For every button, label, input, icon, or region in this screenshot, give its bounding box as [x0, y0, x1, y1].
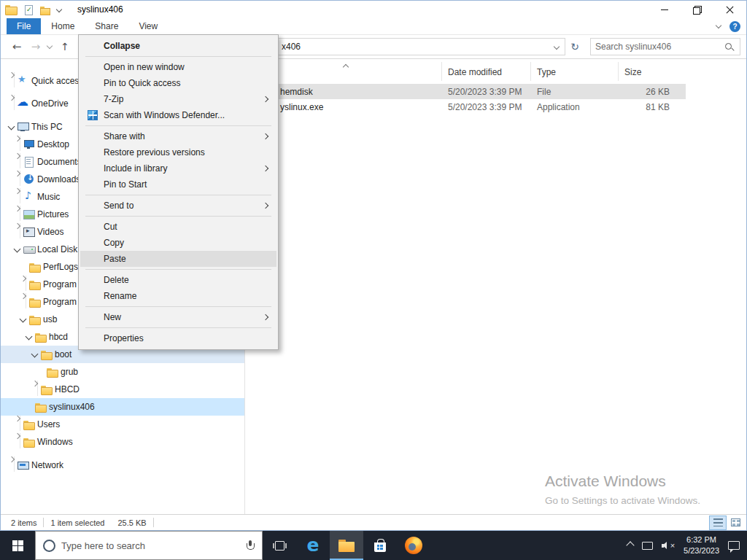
tree-item-label: Music	[37, 188, 60, 206]
start-button[interactable]	[0, 531, 35, 560]
ribbon-tab-home[interactable]: Home	[41, 18, 85, 34]
back-button[interactable]: ←	[7, 40, 27, 53]
chevron-collapsed-icon[interactable]	[14, 223, 20, 238]
context-menu-item-properties[interactable]: Properties	[80, 330, 276, 346]
column-header-date-modified[interactable]: Date modified	[442, 62, 531, 81]
context-menu-item-pin-to-start[interactable]: Pin to Start	[80, 176, 276, 192]
chevron-collapsed-icon[interactable]	[14, 416, 20, 431]
sidebar-item-users[interactable]: Users	[1, 416, 244, 433]
chevron-collapsed-icon[interactable]	[31, 381, 38, 396]
chevron-expanded-icon[interactable]	[20, 316, 26, 322]
chevron-collapsed-icon[interactable]	[14, 206, 20, 221]
context-menu-item-scan-with-windows-defender[interactable]: Scan with Windows Defender...	[80, 107, 276, 123]
chevron-collapsed-icon[interactable]	[14, 171, 20, 186]
up-button[interactable]: ↑	[55, 41, 75, 52]
firefox-icon	[405, 537, 422, 554]
edge-button[interactable]: e	[296, 531, 330, 560]
column-label: Date modified	[448, 67, 502, 77]
context-menu-item-cut[interactable]: Cut	[80, 219, 276, 235]
sidebar-item-network[interactable]: Network	[1, 456, 244, 474]
watermark-line1: Activate Windows	[545, 472, 700, 490]
window-controls	[648, 1, 746, 18]
search-icon[interactable]	[724, 42, 734, 52]
ribbon-tab-share[interactable]: Share	[85, 18, 128, 34]
chevron-collapsed-icon[interactable]	[20, 293, 26, 308]
context-menu-item-rename[interactable]: Rename	[80, 288, 276, 304]
context-menu-item-send-to[interactable]: Send to	[80, 198, 276, 214]
menu-separator	[85, 269, 271, 270]
menu-separator	[85, 327, 271, 328]
firefox-button[interactable]	[397, 531, 430, 560]
details-view-button[interactable]	[709, 516, 727, 530]
context-menu-item-restore-previous-versions[interactable]: Restore previous versions	[80, 144, 276, 160]
menu-item-label: Properties	[104, 333, 144, 343]
ribbon-tab-view[interactable]: View	[128, 18, 168, 34]
context-menu-item-open-in-new-window[interactable]: Open in new window	[80, 59, 276, 75]
context-menu-item-collapse[interactable]: Collapse	[80, 38, 276, 54]
forward-button[interactable]: →	[27, 40, 44, 53]
taskbar-search-input[interactable]	[55, 540, 247, 551]
context-menu-item-share-with[interactable]: Share with	[80, 128, 276, 144]
restore-icon	[693, 6, 701, 14]
chevron-collapsed-icon[interactable]	[20, 276, 26, 291]
search-input[interactable]	[591, 42, 724, 52]
microphone-icon[interactable]	[247, 540, 253, 551]
sidebar-item-windows[interactable]: Windows	[1, 433, 244, 451]
chevron-expanded-icon[interactable]	[8, 123, 15, 130]
chevron-expanded-icon[interactable]	[26, 333, 32, 340]
file-row-hemdisk[interactable]: hemdisk5/20/2023 3:39 PMFile26 KB	[245, 84, 686, 99]
help-button[interactable]: ?	[729, 21, 740, 32]
qat-properties-icon[interactable]	[24, 5, 33, 15]
chevron-collapsed-icon[interactable]	[14, 188, 20, 203]
volume-muted-icon[interactable]	[662, 541, 675, 550]
file-explorer-button[interactable]	[330, 531, 363, 560]
show-hidden-icons-chevron-icon[interactable]	[626, 541, 634, 549]
column-header-size[interactable]: Size	[619, 62, 686, 81]
chevron-expanded-icon[interactable]	[14, 246, 20, 252]
status-bar: 2 items 1 item selected 25.5 KB	[1, 514, 746, 530]
store-button[interactable]	[363, 531, 397, 560]
file-size: 81 KB	[619, 102, 686, 112]
context-menu-item-new[interactable]: New	[80, 309, 276, 325]
display-tray-icon[interactable]	[642, 542, 653, 550]
context-menu-item-include-in-library[interactable]: Include in library	[80, 160, 276, 176]
submenu-arrow-icon	[259, 160, 276, 176]
task-view-button[interactable]	[263, 531, 296, 560]
chevron-collapsed-icon[interactable]	[14, 433, 20, 448]
context-menu-item-paste[interactable]: Paste	[80, 251, 276, 267]
action-center-icon[interactable]	[728, 541, 740, 550]
qat-new-folder-icon[interactable]	[40, 5, 49, 15]
qat-dropdown-chevron-icon[interactable]	[56, 7, 63, 13]
context-menu-item-copy[interactable]: Copy	[80, 235, 276, 251]
sidebar-item-hbcd[interactable]: HBCD	[1, 381, 244, 398]
file-row-yslinux-exe[interactable]: yslinux.exe5/20/2023 3:39 PMApplication8…	[245, 99, 686, 114]
sidebar-item-grub[interactable]: grub	[1, 363, 244, 381]
chevron-collapsed-icon[interactable]	[8, 95, 15, 110]
column-header-type[interactable]: Type	[531, 62, 619, 81]
restore-button[interactable]	[681, 1, 713, 18]
taskbar: e 6:32 PM 5/23/2023	[0, 531, 747, 560]
address-dropdown-chevron-icon[interactable]	[554, 44, 560, 51]
tree-item-label: Documents	[37, 153, 82, 171]
chevron-collapsed-icon[interactable]	[14, 136, 20, 151]
chevron-collapsed-icon[interactable]	[8, 456, 15, 472]
expand-ribbon-chevron-icon[interactable]	[716, 23, 722, 30]
refresh-button[interactable]: ↻	[565, 41, 584, 52]
context-menu-item-delete[interactable]: Delete	[80, 272, 276, 288]
taskbar-clock[interactable]: 6:32 PM 5/23/2023	[684, 534, 719, 557]
chevron-expanded-icon[interactable]	[31, 351, 38, 357]
mute-x-icon	[670, 540, 675, 551]
chevron-collapsed-icon[interactable]	[8, 72, 15, 88]
context-menu-item-7-zip[interactable]: 7-Zip	[80, 91, 276, 107]
chevron-collapsed-icon[interactable]	[14, 153, 20, 168]
sidebar-item-syslinux406[interactable]: syslinux406	[1, 398, 244, 416]
close-button[interactable]	[713, 1, 746, 18]
thumbnails-view-button[interactable]	[727, 516, 744, 530]
file-type: Application	[531, 102, 619, 112]
menu-item-label: Scan with Windows Defender...	[104, 110, 225, 120]
recent-locations-chevron-icon[interactable]	[44, 43, 55, 50]
ribbon-tab-file[interactable]: File	[7, 18, 41, 34]
minimize-button[interactable]	[648, 1, 681, 18]
menu-item-label: Open in new window	[104, 62, 185, 72]
context-menu-item-pin-to-quick-access[interactable]: Pin to Quick access	[80, 75, 276, 91]
